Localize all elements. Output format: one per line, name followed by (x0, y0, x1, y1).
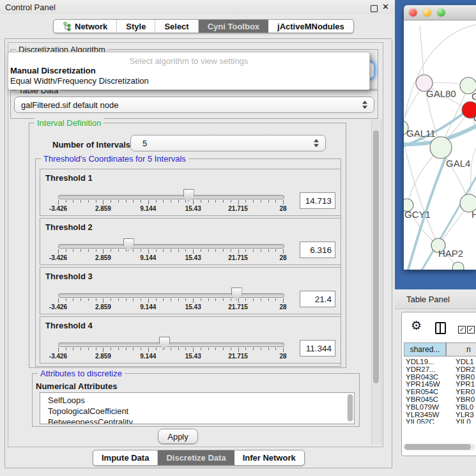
label-red-node: C (473, 112, 476, 123)
tab-cyni-toolbox-label: Cyni Toolbox (208, 22, 259, 31)
scale-tick (81, 348, 81, 350)
scale-tick (126, 348, 127, 350)
number-of-intervals-combobox[interactable]: 5 (130, 135, 326, 151)
table-row[interactable]: YBR045CYBR0 (404, 395, 476, 403)
column-header-name[interactable]: n (446, 342, 476, 357)
slider-track[interactable] (58, 244, 284, 249)
cell-name: YBR0 (456, 373, 475, 381)
slider-thumb[interactable] (183, 189, 194, 202)
checkbox-checked-icon[interactable]: ✓ (458, 326, 466, 334)
table-row[interactable]: YBR043CYBR0 (404, 373, 476, 381)
table-row[interactable]: YPR145WYPR1 (404, 380, 476, 388)
cell-name: YPR1 (456, 380, 475, 388)
scale-tick (88, 348, 89, 350)
scale-tick (261, 348, 261, 350)
tab-network[interactable]: Network (54, 20, 117, 33)
slider-track[interactable] (58, 195, 284, 199)
scale-tick (171, 348, 171, 350)
gear-icon[interactable]: ⚙ (411, 319, 422, 332)
table-row[interactable]: YBL079WYBL0 (404, 403, 476, 411)
cell-shared-name: YBL079W (406, 403, 439, 411)
scale-tick (133, 298, 134, 301)
checkbox-checked-icon[interactable]: ✓ (467, 326, 475, 334)
scale-label: 2.859 (95, 303, 111, 311)
tab-discretize-data[interactable]: Discretize Data (158, 450, 234, 465)
scale-tick (201, 298, 201, 301)
tab-style[interactable]: Style (117, 20, 155, 33)
table-panel: ⚙ ✓ ✓ shared... n YDL19...YDL1YDR27...YD… (401, 312, 476, 456)
scale-label: 2.859 (95, 353, 111, 360)
tab-select[interactable]: Select (155, 20, 198, 33)
popup-option-equal-width-frequency[interactable]: Equal Width/Frequency Discretization (10, 76, 149, 86)
threshold-value-field[interactable]: 11.344 (300, 340, 335, 357)
slider-thumb[interactable] (231, 288, 242, 300)
threshold-label: Threshold 1 (45, 173, 93, 183)
float-window-icon[interactable] (371, 5, 378, 12)
attribute-list-item[interactable]: SelfLoops (48, 395, 85, 406)
slider-thumb[interactable] (123, 238, 134, 251)
scale-label: 9.144 (140, 303, 156, 311)
apply-button[interactable]: Apply (158, 429, 198, 444)
node-gal4[interactable] (430, 137, 452, 158)
table-row[interactable]: YIL052CYIL0 (404, 418, 476, 424)
table-row[interactable]: YLR345WYLR3 (404, 411, 476, 418)
close-icon[interactable]: ✕ (382, 2, 389, 12)
split-view-icon[interactable] (435, 322, 446, 334)
scale-tick (111, 249, 111, 252)
scrollbar-thumb[interactable] (373, 130, 379, 383)
threshold-value-field[interactable]: 6.316 (300, 242, 335, 258)
tab-cyni-toolbox[interactable]: Cyni Toolbox (199, 20, 268, 33)
tab-jactivemnodules[interactable]: jActiveMNodules (268, 20, 353, 33)
network-canvas[interactable]: GAL80 GA C GAL11 GAL4 GCY1 H HAP2 (404, 20, 476, 270)
scale-tick (208, 200, 209, 203)
numerical-attributes-list[interactable]: SelfLoopsTopologicalCoefficientBetweenne… (40, 392, 355, 424)
scrollbar-thumb[interactable] (404, 444, 471, 450)
label-gal11: GAL11 (406, 128, 436, 139)
scale-label: -3.426 (49, 353, 67, 360)
slider-thumb[interactable] (159, 337, 170, 349)
attribute-list-item[interactable]: TopologicalCoefficient (48, 406, 128, 417)
slider-track[interactable] (58, 342, 284, 347)
tab-infer-network-label: Infer Network (243, 453, 296, 463)
zoom-traffic-light-icon[interactable] (437, 8, 445, 17)
network-view-window: GAL80 GA C GAL11 GAL4 GCY1 H HAP2 (404, 5, 476, 270)
scale-tick (201, 348, 201, 350)
scale-tick (223, 298, 224, 301)
close-traffic-light-icon[interactable] (409, 8, 417, 17)
attribute-list-item[interactable]: BetweennessCentrality (48, 417, 133, 424)
horizontal-scrollbar[interactable] (403, 443, 475, 450)
popup-option-manual-discretization[interactable]: Manual Discretization (10, 66, 96, 75)
table-rows[interactable]: YDL19...YDL1YDR27...YDR2YBR043CYBR0YPR14… (402, 358, 476, 424)
minimize-traffic-light-icon[interactable] (423, 8, 431, 17)
threshold-value-field[interactable]: 21.4 (300, 291, 335, 307)
column-header-shared-name[interactable]: shared... (404, 342, 446, 357)
scale-tick (88, 249, 89, 252)
tab-infer-network[interactable]: Infer Network (234, 450, 304, 465)
list-scrollbar[interactable] (347, 394, 353, 422)
tab-style-label: Style (126, 22, 146, 31)
threshold-value-field[interactable]: 14.713 (300, 192, 335, 209)
table-row[interactable]: YDL19...YDL1 (404, 358, 476, 365)
scale-label: 15.43 (185, 205, 201, 212)
cell-shared-name: YBR045C (406, 395, 438, 403)
scale-tick (193, 348, 194, 352)
scale-tick (111, 348, 111, 350)
scale-tick (73, 298, 73, 301)
scale-tick (223, 348, 224, 350)
table-panel-titlebar: Table Panel (395, 289, 476, 309)
scale-tick (253, 348, 254, 350)
tab-impute-data[interactable]: Impute Data (93, 450, 158, 465)
cell-shared-name: YDR27... (406, 365, 436, 373)
table-row[interactable]: YER054CYER0 (404, 388, 476, 395)
table-row[interactable]: YDR27...YDR2 (404, 365, 476, 373)
tab-discretize-data-label: Discretize Data (166, 453, 226, 463)
table-data-combobox[interactable]: galFiltered.sif default node (14, 96, 374, 113)
scale-tick (275, 348, 276, 350)
vertical-scrollbar[interactable] (371, 119, 381, 445)
scale-tick (231, 200, 231, 203)
slider-track[interactable] (58, 293, 284, 298)
scale-tick (185, 298, 186, 301)
scale-tick (245, 200, 246, 203)
scale-tick (111, 200, 111, 203)
scale-tick (208, 348, 209, 350)
